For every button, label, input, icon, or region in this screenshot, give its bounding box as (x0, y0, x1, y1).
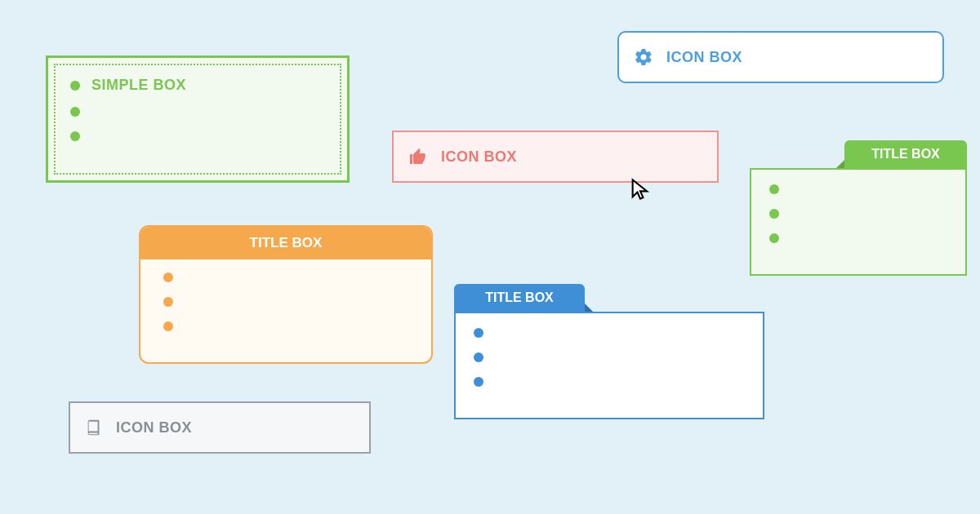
gear-icon (634, 47, 653, 67)
icon-box-red: ICON BOX (392, 131, 719, 183)
icon-box-title: ICON BOX (116, 419, 192, 436)
title-box-blue: TITLE BOX (454, 284, 764, 419)
bullet-icon (769, 184, 779, 194)
bullet-icon (70, 107, 80, 117)
icon-box-blue: ICON BOX (617, 31, 944, 83)
title-box-tab: TITLE BOX (844, 140, 967, 168)
title-box-header: TITLE BOX (140, 227, 431, 259)
bullet-icon (474, 377, 483, 387)
bullet-icon (769, 209, 779, 219)
title-box-body (750, 168, 967, 276)
simple-box-inner: SIMPLE BOX (54, 64, 341, 175)
icon-box-title: ICON BOX (666, 49, 742, 66)
bullet-icon (70, 81, 80, 91)
bullet-icon (163, 297, 173, 307)
title-box-tab: TITLE BOX (454, 284, 585, 312)
simple-box-title: SIMPLE BOX (91, 77, 186, 94)
bullet-icon (163, 321, 173, 331)
title-box-body (454, 312, 764, 419)
icon-box-gray: ICON BOX (69, 401, 371, 454)
title-box-green: TITLE BOX (750, 140, 967, 276)
cursor-icon (629, 178, 652, 201)
book-icon (85, 419, 103, 436)
thumbs-up-icon (408, 147, 428, 166)
title-box-body (140, 259, 431, 362)
bullet-icon (163, 273, 173, 282)
title-box-orange: TITLE BOX (139, 225, 433, 364)
bullet-icon (474, 328, 483, 338)
simple-box: SIMPLE BOX (46, 55, 350, 183)
icon-box-title: ICON BOX (441, 148, 517, 166)
bullet-icon (474, 352, 483, 362)
bullet-icon (70, 131, 80, 141)
bullet-icon (769, 233, 779, 243)
